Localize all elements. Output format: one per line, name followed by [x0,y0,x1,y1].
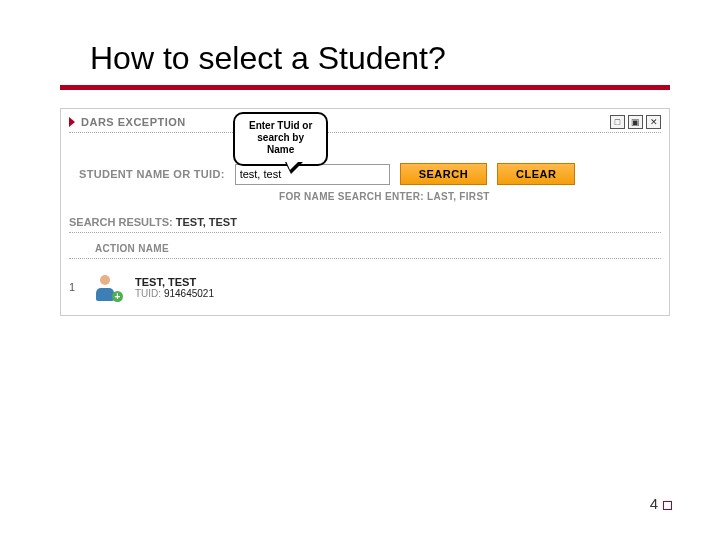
callout-bubble: Enter TUid or search by Name [233,112,328,166]
arrow-right-icon [69,117,75,127]
app-panel: DARS EXCEPTION □ ▣ ✕ Enter TUid or searc… [60,108,670,316]
clear-button[interactable]: CLEAR [497,163,575,185]
search-hint: FOR NAME SEARCH ENTER: LAST, FIRST [279,191,661,202]
result-text: TEST, TEST TUID: 914645021 [135,276,214,299]
student-search-input[interactable] [235,164,390,185]
results-label-prefix: SEARCH RESULTS: [69,216,173,228]
callout-line1: Enter TUid or [249,120,312,132]
divider [69,132,661,133]
search-row: STUDENT NAME OR TUID: SEARCH CLEAR [79,163,661,185]
row-number: 1 [69,281,79,293]
search-button[interactable]: SEARCH [400,163,487,185]
results-column-header: ACTION NAME [95,243,661,254]
slide-title: How to select a Student? [90,40,670,77]
page-number-marker [663,501,672,510]
tuid-label: TUID: [135,288,161,299]
page-number: 4 [650,495,658,512]
callout-line2: search by [249,132,312,144]
divider [69,232,661,233]
callout-line3: Name [249,144,312,156]
panel-title: DARS EXCEPTION [81,116,186,128]
panel-header: DARS EXCEPTION □ ▣ ✕ [69,115,661,129]
results-label-value: TEST, TEST [176,216,237,228]
tuid-value: 914645021 [164,288,214,299]
search-results-label: SEARCH RESULTS: TEST, TEST [69,216,661,228]
minimize-icon[interactable]: □ [610,115,625,129]
select-user-icon[interactable]: + [93,273,121,301]
title-underline [60,85,670,90]
close-icon[interactable]: ✕ [646,115,661,129]
maximize-icon[interactable]: ▣ [628,115,643,129]
divider [69,258,661,259]
window-controls: □ ▣ ✕ [610,115,661,129]
table-row: 1 + TEST, TEST TUID: 914645021 [69,269,661,305]
search-field-label: STUDENT NAME OR TUID: [79,168,225,180]
result-name: TEST, TEST [135,276,214,288]
